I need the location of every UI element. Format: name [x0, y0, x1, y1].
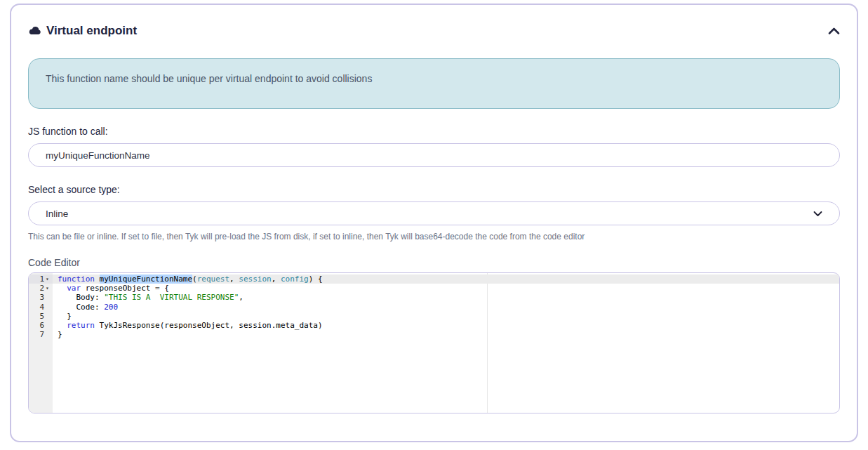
gutter-line-number[interactable]: 1▾	[29, 274, 53, 284]
gutter-line-number: 6	[29, 321, 53, 330]
code-gutter: 1▾2▾34567	[29, 273, 53, 413]
source-type-label: Select a source type:	[28, 184, 840, 195]
code-line: Code: 200	[53, 303, 839, 312]
gutter-line-number[interactable]: 2▾	[29, 284, 53, 293]
code-editor[interactable]: 1▾2▾34567 function myUniqueFunctionName(…	[28, 272, 840, 413]
code-line: }	[53, 312, 839, 321]
panel-title: Virtual endpoint	[28, 24, 137, 38]
chevron-up-icon	[828, 27, 840, 37]
virtual-endpoint-panel: Virtual endpoint This function name shou…	[10, 4, 858, 442]
code-line: }	[53, 330, 839, 339]
chevron-down-icon	[813, 211, 822, 217]
code-line: function myUniqueFunctionName(request, s…	[53, 274, 839, 284]
info-banner: This function name should be unique per …	[28, 58, 840, 109]
code-line: Body: "THIS IS A VIRTUAL RESPONSE",	[53, 293, 839, 302]
code-lines[interactable]: function myUniqueFunctionName(request, s…	[53, 273, 839, 413]
code-line: var responseObject = {	[53, 284, 839, 293]
code-editor-label: Code Editor	[28, 257, 840, 268]
collapse-button[interactable]	[827, 26, 841, 37]
fold-arrow-icon[interactable]: ▾	[44, 274, 51, 284]
panel-title-label: Virtual endpoint	[46, 24, 137, 38]
source-type-helper-text: This can be file or inline. If set to fi…	[28, 232, 840, 241]
gutter-line-number: 7	[29, 330, 53, 339]
gutter-line-number: 3	[29, 293, 53, 302]
js-function-label: JS function to call:	[28, 126, 840, 137]
info-banner-text: This function name should be unique per …	[46, 73, 372, 84]
gutter-line-number: 5	[29, 312, 53, 321]
cloud-icon	[28, 26, 41, 36]
code-line: return TykJsResponse(responseObject, ses…	[53, 321, 839, 330]
source-type-selected-value: Inline	[46, 209, 68, 219]
source-type-select[interactable]: Inline	[28, 201, 840, 225]
panel-header: Virtual endpoint	[28, 5, 840, 41]
fold-arrow-icon[interactable]: ▾	[44, 284, 51, 293]
gutter-line-number: 4	[29, 303, 53, 312]
js-function-input[interactable]	[28, 143, 840, 167]
